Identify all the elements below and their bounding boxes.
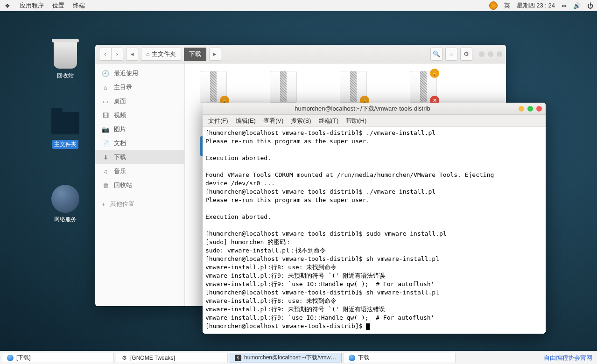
sidebar-item-recent[interactable]: 🕘最近使用	[95, 66, 184, 80]
sidebar-item-trash[interactable]: 🗑回收站	[95, 178, 184, 192]
input-method[interactable]: 英	[504, 1, 510, 10]
desktop-trash[interactable]: 回收站	[47, 40, 84, 80]
terminal-menubar: 文件(F) 编辑(E) 查看(V) 搜索(S) 终端(T) 帮助(H)	[203, 115, 546, 127]
desktop: 回收站 主文件夹 网络服务 ‹ › ◂ ⌂ 主文件夹 下载 ▸ 🔍 ≡ ⚙	[0, 11, 597, 351]
fm-sidebar: 🕘最近使用 ⌂主目录 ▭桌面 🎞视频 📷图片 📄文档 ⬇下载 ♫音乐 🗑回收站 …	[95, 63, 185, 306]
sidebar-item-downloads[interactable]: ⬇下载	[95, 150, 184, 164]
desktop-home-label: 主文件夹	[52, 140, 78, 149]
distro-icon: ❖	[4, 2, 11, 9]
maximize-button[interactable]	[527, 106, 533, 112]
view-options-button[interactable]: ≡	[445, 48, 457, 61]
desktop-network-label: 网络服务	[54, 216, 77, 223]
sidebar-item-videos[interactable]: 🎞视频	[95, 108, 184, 122]
menu-places[interactable]: 位置	[52, 1, 64, 10]
menu-view[interactable]: 查看(V)	[263, 117, 283, 125]
terminal-titlebar: humorchen@localhost:~/下载/vmware-tools-di…	[203, 103, 546, 115]
menu-search[interactable]: 搜索(S)	[291, 117, 311, 125]
bottom-panel: [下载] ⚙[GNOME Tweaks] $humorchen@localhos…	[0, 351, 597, 364]
menu-applications[interactable]: 应用程序	[20, 1, 44, 10]
sidebar-item-documents[interactable]: 📄文档	[95, 136, 184, 150]
terminal-title: humorchen@localhost:~/下载/vmware-tools-di…	[206, 105, 519, 113]
path-right-button[interactable]: ▸	[209, 48, 221, 61]
minimize-button[interactable]	[479, 51, 485, 57]
volume-icon[interactable]: 🔊	[573, 2, 581, 9]
sidebar-item-other[interactable]: +其他位置	[95, 197, 184, 211]
sidebar-item-pictures[interactable]: 📷图片	[95, 122, 184, 136]
desktop-home-folder[interactable]: 主文件夹	[47, 108, 84, 149]
task-gnome-tweaks[interactable]: ⚙[GNOME Tweaks]	[116, 353, 228, 363]
close-button[interactable]	[497, 51, 502, 57]
menu-help[interactable]: 帮助(H)	[346, 117, 366, 125]
task-terminal[interactable]: $humorchen@localhost:~/下载/vmw…	[230, 353, 342, 363]
desktop-network[interactable]: 网络服务	[47, 184, 84, 224]
terminal-output: [humorchen@localhost vmware-tools-distri…	[205, 129, 494, 329]
top-panel: ❖ 应用程序 位置 终端 英 星期四 23 : 24 ⇔ 🔊 ⏻	[0, 0, 597, 11]
search-button[interactable]: 🔍	[430, 48, 442, 61]
terminal-body[interactable]: [humorchen@localhost vmware-tools-distri…	[203, 127, 546, 334]
terminal-window: humorchen@localhost:~/下载/vmware-tools-di…	[203, 103, 546, 334]
cursor	[366, 323, 370, 330]
menu-edit[interactable]: 编辑(E)	[236, 117, 256, 125]
network-icon[interactable]: ⇔	[562, 2, 567, 9]
maximize-button[interactable]	[488, 51, 493, 57]
update-indicator-icon[interactable]	[489, 1, 498, 10]
breadcrumb-downloads[interactable]: 下载	[184, 48, 206, 61]
task-downloads-2[interactable]: 下载	[344, 353, 456, 363]
fm-toolbar: ‹ › ◂ ⌂ 主文件夹 下载 ▸ 🔍 ≡ ⚙	[95, 45, 506, 63]
menu-terminal[interactable]: 终端	[73, 1, 85, 10]
path-left-button[interactable]: ◂	[126, 48, 138, 61]
sidebar-item-home[interactable]: ⌂主目录	[95, 80, 184, 94]
window-controls	[479, 51, 502, 57]
power-icon[interactable]: ⏻	[587, 2, 593, 9]
sidebar-item-desktop[interactable]: ▭桌面	[95, 94, 184, 108]
desktop-trash-label: 回收站	[57, 72, 74, 79]
forward-button[interactable]: ›	[111, 48, 123, 61]
menu-file[interactable]: 文件(F)	[208, 117, 228, 125]
menu-terminal[interactable]: 终端(T)	[319, 117, 339, 125]
breadcrumb-home[interactable]: ⌂ 主文件夹	[141, 48, 181, 61]
watermark: 自由编程协会官网	[544, 354, 595, 362]
close-button[interactable]	[536, 106, 542, 112]
task-downloads-1[interactable]: [下载]	[2, 353, 114, 363]
lock-icon: 🔒	[430, 69, 439, 78]
back-button[interactable]: ‹	[99, 48, 111, 61]
minimize-button[interactable]	[519, 106, 524, 112]
settings-button[interactable]: ⚙	[460, 48, 472, 61]
sidebar-item-music[interactable]: ♫音乐	[95, 164, 184, 178]
clock[interactable]: 星期四 23 : 24	[517, 1, 555, 10]
